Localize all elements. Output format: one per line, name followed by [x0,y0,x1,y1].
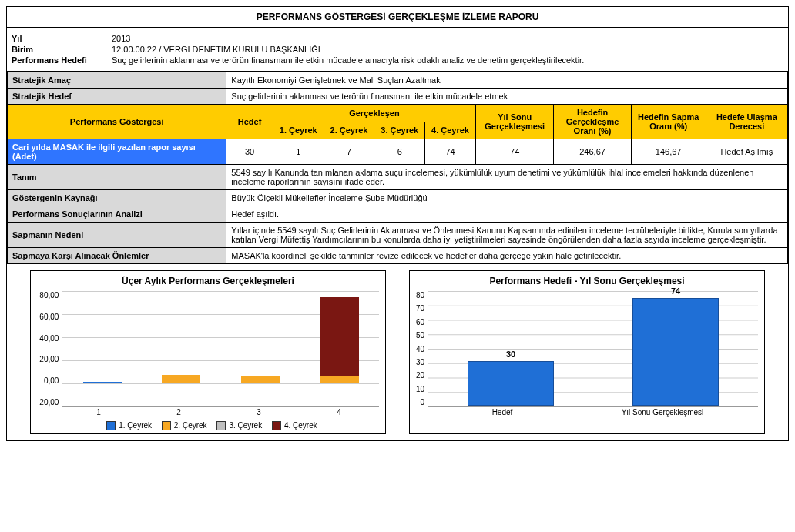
col-q1: 1. Çeyrek [273,122,324,139]
year-value: 2013 [112,34,130,43]
kaynak-label: Göstergenin Kaynağı [8,190,226,206]
col-q3: 3. Çeyrek [374,122,425,139]
chart1-plot [62,291,379,407]
analiz-label: Performans Sonuçlarının Analizi [8,206,226,223]
report-title: PERFORMANS GÖSTERGESİ GERÇEKLEŞME İZLEME… [7,7,788,28]
col-indicator: Performans Göstergesi [8,105,226,139]
charts-row: Üçer Aylık Performans Gerçekleşmeleri 80… [7,264,788,440]
stratejik-amac-value: Kayıtlı Ekonomiyi Genişletmek ve Mali Su… [226,72,788,89]
tanim-label: Tanım [8,165,226,190]
year-label: Yıl [12,34,112,43]
header-block: Yıl 2013 Birim 12.00.00.22 / VERGİ DENET… [7,28,788,72]
chart-yearly: Performans Hedefi - Yıl Sonu Gerçekleşme… [409,270,765,434]
report-container: PERFORMANS GÖSTERGESİ GERÇEKLEŞME İZLEME… [6,6,789,441]
row-hedef: 30 [226,139,273,165]
chart2-title: Performans Hedefi - Yıl Sonu Gerçekleşme… [416,276,758,286]
col-hedef: Hedef [226,105,273,139]
row-degree: Hedef Aşılmış [706,139,787,165]
chart2-plot: 30 74 [428,291,758,407]
col-deviation: Hedefin Sapma Oranı (%) [631,105,706,139]
chart2-xlabels: Hedef Yıl Sonu Gerçekleşmesi [438,408,758,417]
analiz-value: Hedef aşıldı. [226,206,788,223]
main-table: Stratejik Amaç Kayıtlı Ekonomiyi Genişle… [7,72,788,264]
col-yearend: Yıl Sonu Gerçekleşmesi [475,105,553,139]
row-yearend: 74 [475,139,553,165]
onlem-value: MASAK'la koordineli şekilde tahminler re… [226,248,788,264]
kaynak-value: Büyük Ölçekli Mükellefler İnceleme Şube … [226,190,788,206]
col-gerceklesen: Gerçekleşen [273,105,475,122]
unit-value: 12.00.00.22 / VERGİ DENETİM KURULU BAŞKA… [112,45,320,54]
tanim-value: 5549 sayılı Kanunda tanımlanan aklama su… [226,165,788,190]
stratejik-hedef-label: Stratejik Hedef [8,89,226,105]
col-degree: Hedefe Ulaşma Derecesi [706,105,787,139]
row-name: Cari yılda MASAK ile ilgili yazılan rapo… [8,139,226,165]
row-q2: 7 [324,139,374,165]
stratejik-hedef-value: Suç gelirlerinin aklanması ve terörün fi… [226,89,788,105]
bar-hedef: 30 [468,361,554,406]
col-q4: 4. Çeyrek [425,122,476,139]
chart1-yaxis: 80,00 60,00 40,00 20,00 0,00 -20,00 [37,291,62,407]
chart2-yaxis: 80 70 60 50 40 30 20 10 0 [416,291,428,407]
row-q4: 74 [425,139,476,165]
col-q2: 2. Çeyrek [324,122,374,139]
perf-target-label: Performans Hedefi [12,55,112,65]
onlem-label: Sapmaya Karşı Alınacak Önlemler [8,248,226,264]
row-q1: 1 [273,139,324,165]
unit-label: Birim [12,45,112,54]
neden-label: Sapmanın Nedeni [8,223,226,248]
neden-value: Yıllar içinde 5549 sayılı Suç Gelirlerin… [226,223,788,248]
chart-quarterly: Üçer Aylık Performans Gerçekleşmeleri 80… [30,270,386,434]
chart1-legend: 1. Çeyrek 2. Çeyrek 3. Çeyrek 4. Çeyrek [37,421,379,430]
stratejik-amac-label: Stratejik Amaç [8,72,226,89]
col-ratio: Hedefin Gerçekleşme Oranı (%) [554,105,631,139]
chart1-xlabels: 1 2 3 4 [59,408,379,417]
bar-yearend: 74 [632,298,719,406]
row-ratio: 246,67 [554,139,631,165]
row-q3: 6 [374,139,425,165]
perf-target-value: Suç gelirlerinin aklanması ve terörün fi… [112,55,584,65]
row-deviation: 146,67 [631,139,706,165]
chart1-title: Üçer Aylık Performans Gerçekleşmeleri [37,276,379,286]
